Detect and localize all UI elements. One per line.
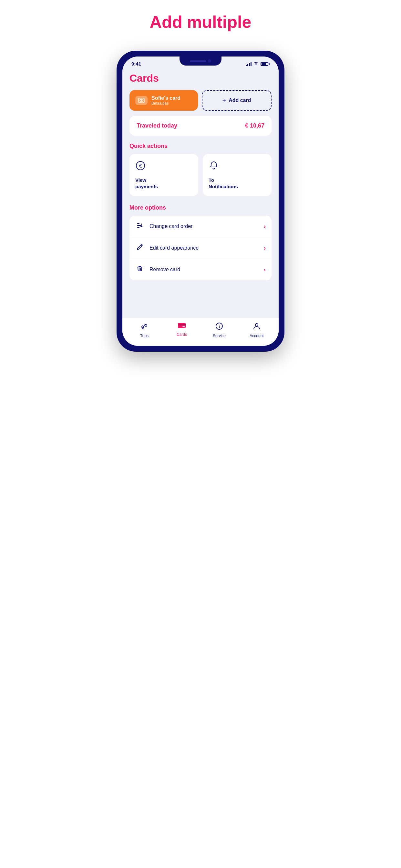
to-notifications-card[interactable]: ToNotifications <box>203 154 272 196</box>
nav-trips-label: Trips <box>140 334 149 338</box>
svg-text:€: € <box>139 163 142 168</box>
battery-icon <box>260 62 270 66</box>
card-chip-icon <box>135 96 148 105</box>
svg-rect-0 <box>138 98 144 103</box>
screen-title: Cards <box>129 72 272 84</box>
edit-card-appearance-item[interactable]: Edit card appearance › <box>129 237 272 259</box>
svg-point-2 <box>141 99 143 101</box>
quick-actions-title: Quick actions <box>129 143 272 150</box>
cards-row: Sofie's card Betaalpas + Add card <box>129 90 272 111</box>
account-icon <box>252 322 261 332</box>
nav-account-label: Account <box>250 334 264 338</box>
nav-item-account[interactable]: Account <box>246 322 267 338</box>
travel-label: Traveled today <box>136 122 177 129</box>
bell-icon <box>209 160 266 173</box>
status-time: 9:41 <box>131 61 141 66</box>
svg-text:i: i <box>219 324 220 329</box>
change-card-order-item[interactable]: Change card order › <box>129 216 272 237</box>
service-icon: i <box>215 322 223 332</box>
status-bar: 9:41 <box>122 57 279 69</box>
chevron-right-icon-3: › <box>264 267 266 273</box>
view-payments-label: Viewpayments <box>135 177 192 190</box>
svg-point-16 <box>255 323 258 326</box>
nav-item-trips[interactable]: Trips <box>134 322 155 338</box>
svg-rect-7 <box>137 227 140 228</box>
card-chip-text: Sofie's card Betaalpas <box>151 95 181 105</box>
nav-service-label: Service <box>213 334 226 338</box>
travel-amount: € 10,67 <box>245 122 265 129</box>
signal-bars-icon <box>246 62 251 66</box>
more-options-title: More options <box>129 205 272 211</box>
to-notifications-label: ToNotifications <box>209 177 266 190</box>
plus-icon: + <box>222 97 226 104</box>
chevron-right-icon-2: › <box>264 245 266 252</box>
phone-mockup: 9:41 <box>117 51 284 352</box>
svg-point-13 <box>183 326 185 328</box>
pencil-icon <box>135 243 144 253</box>
chevron-right-icon-1: › <box>264 223 266 230</box>
svg-rect-5 <box>137 223 140 224</box>
add-card-button[interactable]: + Add card <box>202 90 272 111</box>
nav-item-service[interactable]: i Service <box>209 322 230 338</box>
notch <box>180 57 221 66</box>
app-content: Cards Sofie's card Betaalpas <box>122 69 279 311</box>
card-subtitle: Betaalpas <box>151 101 181 105</box>
sofie-card[interactable]: Sofie's card Betaalpas <box>129 90 198 111</box>
travel-info: Traveled today € 10,67 <box>129 116 272 135</box>
bottom-nav: Trips Cards <box>122 318 279 346</box>
more-options-list: Change card order › Edit card appearance… <box>129 216 272 280</box>
notch-camera <box>208 59 211 63</box>
phone-screen: 9:41 <box>122 57 279 346</box>
remove-card-item[interactable]: Remove card › <box>129 259 272 280</box>
page-heading: Add multiple <box>150 13 251 31</box>
add-card-label: Add card <box>228 97 251 103</box>
nav-item-cards[interactable]: Cards <box>172 322 192 338</box>
change-card-order-label: Change card order <box>150 223 258 229</box>
edit-card-appearance-label: Edit card appearance <box>150 245 258 251</box>
wifi-icon <box>253 61 258 66</box>
svg-rect-6 <box>137 225 141 226</box>
notch-speaker <box>190 60 206 62</box>
trips-icon <box>140 322 149 332</box>
cards-icon <box>177 322 186 331</box>
svg-point-9 <box>145 324 147 327</box>
quick-actions-row: € Viewpayments ToNotifications <box>129 154 272 196</box>
nav-cards-label: Cards <box>177 332 187 337</box>
trash-icon <box>135 265 144 275</box>
euro-circle-icon: € <box>135 160 192 173</box>
remove-card-label: Remove card <box>150 267 258 273</box>
view-payments-card[interactable]: € Viewpayments <box>129 154 198 196</box>
sort-icon <box>135 221 144 231</box>
svg-rect-11 <box>178 324 186 326</box>
status-icons <box>246 61 270 66</box>
card-name: Sofie's card <box>151 95 181 101</box>
